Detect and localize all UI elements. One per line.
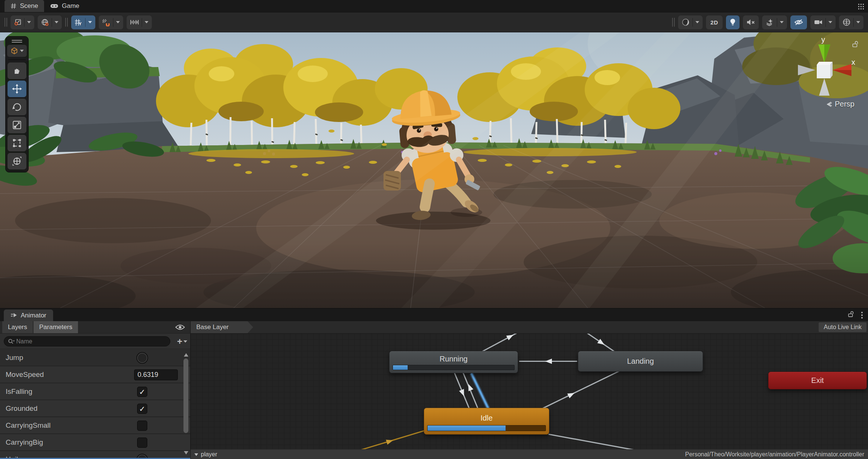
scene-grid-icon xyxy=(11,3,17,9)
scene-lighting-button[interactable] xyxy=(726,15,740,29)
parameter-search-row: + xyxy=(0,334,190,349)
gizmo-x-axis-label[interactable]: x xyxy=(851,58,855,67)
axis-gizmo[interactable] xyxy=(795,41,855,98)
projection-toggle[interactable]: Persp xyxy=(826,100,854,108)
dropdown-caret-icon xyxy=(183,340,187,345)
watch-eye-icon[interactable] xyxy=(175,324,185,332)
parameter-name: CarryingSmall xyxy=(6,421,50,430)
hidden-objects-button[interactable] xyxy=(790,15,807,29)
state-node-running[interactable]: Running xyxy=(389,351,518,373)
target-dropdown-caret-icon[interactable] xyxy=(194,453,198,458)
panel-lock-icon[interactable] xyxy=(848,311,854,319)
shading-mode-button[interactable] xyxy=(678,15,703,29)
state-machine-graph[interactable]: Running Landing Idle xyxy=(191,334,868,449)
pivot-mode-button[interactable] xyxy=(7,45,27,57)
rect-tool[interactable] xyxy=(8,135,26,151)
transform-tool[interactable] xyxy=(8,153,26,169)
animated-target-name[interactable]: player xyxy=(201,451,217,458)
state-label: Idle xyxy=(480,414,492,422)
tab-parameters[interactable]: Parameters xyxy=(34,321,78,333)
bool-checkbox[interactable]: ✓ xyxy=(137,387,147,397)
transition-progress-fill xyxy=(393,365,408,370)
tool-handle-position-button[interactable] xyxy=(11,15,34,29)
effects-button[interactable] xyxy=(762,15,787,29)
auto-live-link-button[interactable]: Auto Live Link xyxy=(819,322,866,332)
dropdown-caret-icon xyxy=(55,21,58,25)
audio-muted-button[interactable] xyxy=(743,15,759,29)
snap-increment-button[interactable] xyxy=(127,15,152,29)
tab-game[interactable]: Game xyxy=(44,0,85,12)
state-node-idle-active[interactable]: Idle xyxy=(424,408,549,435)
toolbar-drag-handle[interactable] xyxy=(5,18,7,27)
scroll-thumb[interactable] xyxy=(183,358,188,433)
dropdown-caret-icon xyxy=(780,21,784,25)
parameter-row[interactable]: CarryingSmall ✓ xyxy=(0,417,190,434)
move-icon xyxy=(12,84,22,94)
panel-menu-icon[interactable] xyxy=(861,312,863,319)
scene-render[interactable] xyxy=(0,32,868,308)
parameter-row[interactable]: CarryingBig ✓ xyxy=(0,434,190,451)
rotate-tool[interactable] xyxy=(8,99,26,115)
search-field[interactable] xyxy=(4,336,170,346)
animator-left-pane: Layers Parameters + xyxy=(0,321,191,459)
parameter-scrollbar[interactable] xyxy=(183,350,189,457)
bool-checkbox[interactable]: ✓ xyxy=(137,438,147,448)
tab-scene-label: Scene xyxy=(20,2,38,10)
float-field[interactable] xyxy=(134,369,178,380)
gizmos-toggle-button[interactable] xyxy=(839,15,863,29)
layer-breadcrumb-bar: Base Layer Auto Live Link xyxy=(191,321,868,334)
tool-handle-rotation-button[interactable] xyxy=(38,15,62,29)
breadcrumb-base-layer[interactable]: Base Layer xyxy=(191,321,253,333)
scale-tool[interactable] xyxy=(8,117,26,133)
parameter-name: Grounded xyxy=(6,404,38,413)
tab-layers[interactable]: Layers xyxy=(2,321,33,333)
parameter-row[interactable]: Grounded ✓ xyxy=(0,400,190,417)
check-icon: ✓ xyxy=(139,387,145,396)
cube-icon xyxy=(11,47,18,55)
gizmo-lock-icon[interactable] xyxy=(852,41,859,49)
mode-2d-button[interactable]: 2D xyxy=(706,15,723,29)
palette-drag-handle[interactable] xyxy=(12,39,22,43)
animator-tabbar: Animator xyxy=(0,309,868,321)
tab-animator[interactable]: Animator xyxy=(4,310,53,321)
scene-viewport[interactable]: y x Persp xyxy=(0,32,868,308)
persp-chevron-icon xyxy=(826,101,833,107)
dropdown-caret-icon xyxy=(27,21,31,25)
bool-checkbox[interactable]: ✓ xyxy=(137,404,147,414)
animator-panel: Animator Layers Parameters xyxy=(0,308,868,459)
scroll-down-icon[interactable] xyxy=(184,451,188,457)
grid-visibility-button[interactable]: Y xyxy=(71,15,95,29)
bool-checkbox[interactable]: ✓ xyxy=(137,421,147,431)
move-tool[interactable] xyxy=(8,81,26,97)
state-machine-pane: Base Layer Auto Live Link xyxy=(191,321,868,459)
search-icon xyxy=(8,339,15,345)
playback-progress-fill xyxy=(428,425,506,431)
scene-camera-button[interactable] xyxy=(810,15,836,29)
gizmo-y-axis-label[interactable]: y xyxy=(821,35,825,44)
grid-snapping-button[interactable] xyxy=(99,15,123,29)
add-parameter-button[interactable]: + xyxy=(177,336,187,347)
scroll-up-icon[interactable] xyxy=(184,351,188,357)
parameter-row[interactable]: IsFalling ✓ xyxy=(0,383,190,400)
scene-gizmo: y x Persp xyxy=(790,35,861,111)
state-label: Exit xyxy=(811,376,824,385)
state-node-landing[interactable]: Landing xyxy=(578,351,703,372)
mode-2d-label: 2D xyxy=(709,19,719,26)
state-node-exit[interactable]: Exit xyxy=(768,372,867,389)
toolbar-separator xyxy=(672,18,675,27)
search-input[interactable] xyxy=(16,338,166,345)
tab-animator-label: Animator xyxy=(21,312,46,319)
state-label: Running xyxy=(440,355,468,363)
persp-label: Persp xyxy=(835,100,854,108)
controller-path: Personal/Theo/Worksite/player/animation/… xyxy=(685,451,864,458)
parameter-name: MoveSpeed xyxy=(6,371,44,379)
view-tabbar: Scene Game xyxy=(0,0,868,12)
parameter-row[interactable]: MoveSpeed xyxy=(0,366,190,383)
parameter-row[interactable]: Jump xyxy=(0,349,190,366)
view-hand-tool[interactable] xyxy=(8,63,26,79)
window-grid-menu-icon[interactable] xyxy=(857,2,865,11)
tab-scene[interactable]: Scene xyxy=(5,0,44,12)
trigger-radio[interactable] xyxy=(136,352,148,364)
toolbar-separator xyxy=(65,18,68,27)
dropdown-caret-icon xyxy=(828,21,832,25)
